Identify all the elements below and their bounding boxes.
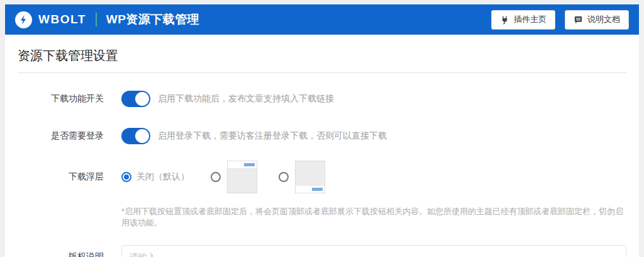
lightning-bolt-icon bbox=[18, 14, 29, 25]
docs-label: 说明文档 bbox=[587, 14, 620, 25]
plug-icon bbox=[500, 15, 509, 25]
preview-bottom-bar bbox=[296, 186, 325, 193]
document-icon bbox=[574, 15, 583, 25]
setting-row-overlay: 下载浮层 关闭（默认） bbox=[18, 161, 626, 193]
login-required-hint: 启用登录下载，需要访客注册登录下载，否则可以直接下载 bbox=[158, 130, 387, 142]
app-title: WP资源下载管理 bbox=[106, 11, 200, 28]
preview-top-bar bbox=[228, 161, 257, 168]
setting-row-login-required: 是否需要登录 启用登录下载，需要访客注册登录下载，否则可以直接下载 bbox=[18, 128, 626, 144]
header-actions: 插件主页 说明文档 bbox=[491, 10, 629, 30]
wbolt-logo bbox=[15, 11, 32, 28]
docs-button[interactable]: 说明文档 bbox=[565, 10, 629, 30]
setting-row-copyright: 版权说明 bbox=[18, 245, 626, 257]
preview-download-button bbox=[244, 163, 255, 166]
radio-overlay-off[interactable] bbox=[121, 172, 131, 182]
overlay-option-bottom[interactable] bbox=[279, 161, 325, 193]
brand-name: WBOLT bbox=[38, 13, 86, 26]
settings-content: 资源下载管理设置 下载功能开关 启用下载功能后，发布文章支持填入下载链接 是否需… bbox=[5, 35, 639, 257]
login-required-toggle[interactable] bbox=[121, 128, 150, 144]
plugin-home-label: 插件主页 bbox=[514, 14, 547, 25]
preview-download-button bbox=[312, 188, 323, 191]
header-divider bbox=[96, 13, 97, 26]
toggle-knob bbox=[135, 92, 149, 106]
overlay-bottom-preview[interactable] bbox=[295, 161, 325, 193]
header-bar: WBOLT WP资源下载管理 插件主页 说明文档 bbox=[5, 4, 639, 35]
download-switch-hint: 启用下载功能后，发布文章支持填入下载链接 bbox=[158, 93, 334, 105]
plugin-settings-page: WBOLT WP资源下载管理 插件主页 说明文档 资源下载管理设置 bbox=[5, 4, 639, 257]
copyright-input[interactable] bbox=[121, 245, 626, 257]
plugin-home-button[interactable]: 插件主页 bbox=[491, 10, 555, 30]
radio-overlay-bottom[interactable] bbox=[279, 172, 289, 182]
overlay-off-label: 关闭（默认） bbox=[136, 171, 189, 183]
overlay-note: *启用下载按钮置顶或者底部固定后，将会页面顶部或者底部展示下载按钮相关内容。如您… bbox=[121, 206, 626, 229]
toggle-knob bbox=[135, 129, 149, 143]
download-switch-label: 下载功能开关 bbox=[18, 93, 104, 105]
overlay-option-top[interactable] bbox=[211, 161, 257, 193]
overlay-label: 下载浮层 bbox=[18, 171, 104, 183]
radio-overlay-top[interactable] bbox=[211, 172, 221, 182]
download-switch-toggle[interactable] bbox=[121, 91, 150, 107]
setting-row-download-switch: 下载功能开关 启用下载功能后，发布文章支持填入下载链接 bbox=[18, 91, 626, 107]
page-title: 资源下载管理设置 bbox=[18, 35, 626, 73]
login-required-label: 是否需要登录 bbox=[18, 130, 104, 142]
copyright-label: 版权说明 bbox=[18, 251, 104, 257]
overlay-option-off[interactable]: 关闭（默认） bbox=[121, 171, 189, 183]
overlay-top-preview[interactable] bbox=[227, 161, 257, 193]
